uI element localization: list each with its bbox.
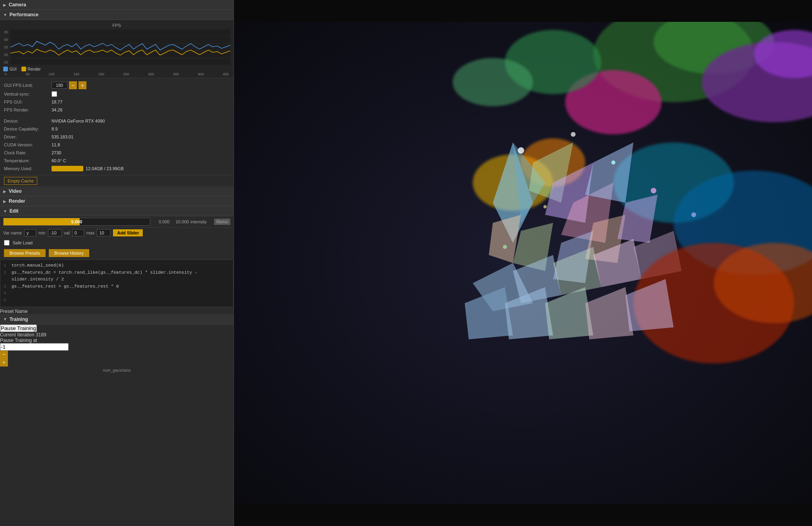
svg-point-35 xyxy=(544,205,547,208)
viewport[interactable] xyxy=(234,22,812,504)
render-section-title: Render xyxy=(9,198,25,204)
fps-limit-input[interactable]: 180 xyxy=(52,82,67,89)
device-cap-value: 8.9 xyxy=(52,127,57,131)
svg-point-36 xyxy=(651,188,656,194)
device-value: NVIDIA GeForce RTX 4090 xyxy=(52,119,105,123)
browse-history-button[interactable]: Browse History xyxy=(49,249,89,257)
browse-buttons-row: Browse Presets Browse History xyxy=(0,248,234,259)
safe-load-row: Safe Load xyxy=(0,238,234,248)
code-line-4: 4 xyxy=(4,290,230,297)
var-name-label: Var name xyxy=(3,230,22,235)
code-editor[interactable]: 1 torch.manual_seed(0) 2 gs._features_dc… xyxy=(0,259,234,307)
perf-stats: GUI FPS Limit: 180 − + Vertical sync: FP… xyxy=(0,78,234,175)
var-max-input[interactable] xyxy=(97,229,111,236)
browse-presets-button[interactable]: Browse Presets xyxy=(4,249,46,257)
training-section: ▼ Training Pause Training Current Iterat… xyxy=(0,315,234,373)
gui-legend-label: GUI xyxy=(10,67,17,71)
preset-name-label: Preset Name xyxy=(0,309,28,314)
fps-limit-controls: 180 − + xyxy=(52,81,86,89)
pause-at-label: Pause Training at xyxy=(0,338,37,343)
svg-point-42 xyxy=(453,58,533,106)
intensity-slider-row: 5.000 0.000 10.000 intensity Remo xyxy=(0,216,234,228)
vertical-sync-checkbox[interactable] xyxy=(52,91,57,97)
fps-chart xyxy=(10,29,230,65)
bottom-black-bar xyxy=(234,504,812,526)
cuda-row: CUDA Version: 11.8 xyxy=(4,141,230,149)
fps-legend: GUI Render xyxy=(3,67,230,71)
fps-legend-gui: GUI xyxy=(3,67,17,71)
safe-load-label: Safe Load xyxy=(13,240,33,245)
performance-section-header[interactable]: ▼ Performance xyxy=(0,10,234,20)
svg-point-32 xyxy=(518,147,524,154)
edit-section-header[interactable]: ▼ Edit xyxy=(0,206,234,216)
current-iteration-value: 3189 xyxy=(36,332,46,338)
code-line-1: 1 torch.manual_seed(0) xyxy=(4,262,230,269)
fps-y-axis: 35 30 25 20 15 xyxy=(3,29,9,65)
render-section-header[interactable]: ▶ Render xyxy=(0,196,234,206)
clock-label: Clock Rate: xyxy=(4,150,52,155)
pause-at-decrement[interactable]: − xyxy=(0,351,8,359)
intensity-slider-fill xyxy=(4,218,80,225)
video-section-header[interactable]: ▶ Video xyxy=(0,186,234,196)
svg-point-34 xyxy=(611,161,615,165)
svg-point-33 xyxy=(571,132,576,137)
pause-at-controls: − + xyxy=(0,343,234,367)
empty-cache-button[interactable]: Empty Cache xyxy=(4,177,37,185)
video-collapse-arrow: ▶ xyxy=(3,189,6,194)
slider-param-label: intensity xyxy=(191,219,213,224)
add-slider-button[interactable]: Add Slider xyxy=(113,229,143,236)
training-section-header[interactable]: ▼ Training xyxy=(0,315,234,324)
fps-limit-decrement[interactable]: − xyxy=(69,81,77,89)
driver-row: Driver: 535.183.01 xyxy=(4,133,230,141)
pause-at-increment[interactable]: + xyxy=(0,359,8,367)
var-max-label: max xyxy=(86,230,95,235)
driver-label: Driver: xyxy=(4,134,52,139)
device-cap-label: Device Capability: xyxy=(4,127,52,131)
fps-render-value: 34.26 xyxy=(52,108,63,112)
current-iteration-label: Current Iteration xyxy=(0,332,34,338)
vertical-sync-label: Vertical sync: xyxy=(4,92,52,96)
safe-load-checkbox[interactable] xyxy=(4,240,10,246)
gui-legend-box xyxy=(3,67,8,71)
code-line-2: 2 gs._features_dc = torch.rand_like(gs._… xyxy=(4,269,230,283)
cuda-label: CUDA Version: xyxy=(4,142,52,147)
slider-min-value: 0.000 xyxy=(152,219,170,224)
var-min-label: min xyxy=(38,230,46,235)
camera-section-title: Camera xyxy=(9,2,26,8)
camera-section-header[interactable]: ▶ Camera xyxy=(0,0,234,10)
var-min-input[interactable] xyxy=(48,229,62,236)
edit-collapse-arrow: ▼ xyxy=(3,209,7,213)
performance-section-title: Performance xyxy=(10,12,38,17)
var-val-label: val xyxy=(64,230,70,235)
viewport-svg xyxy=(234,22,812,504)
preset-name-row: Preset Name xyxy=(0,309,234,314)
clock-row: Clock Rate: 2730 xyxy=(4,149,230,157)
fps-gui-value: 18.77 xyxy=(52,100,63,104)
fps-chart-svg xyxy=(10,29,230,65)
render-legend-label: Render xyxy=(28,67,41,71)
intensity-slider-track[interactable]: 5.000 xyxy=(3,218,150,226)
video-section-title: Video xyxy=(9,188,21,194)
pause-training-button[interactable]: Pause Training xyxy=(0,324,37,332)
pause-at-input[interactable] xyxy=(0,343,69,351)
device-cap-row: Device Capability: 8.9 xyxy=(4,125,230,133)
var-name-input[interactable] xyxy=(24,229,36,236)
performance-collapse-arrow: ▼ xyxy=(3,13,7,17)
fps-limit-increment[interactable]: + xyxy=(79,81,86,89)
var-val-input[interactable] xyxy=(72,229,84,236)
remove-slider-button[interactable]: Remo xyxy=(214,219,230,225)
fps-chart-container: FPS 35 30 25 20 15 xyxy=(0,20,234,78)
edit-section: ▼ Edit 5.000 0.000 10.000 intensity Remo… xyxy=(0,206,234,315)
render-collapse-arrow: ▶ xyxy=(3,199,6,203)
memory-value: 12.04GB / 23.99GB xyxy=(86,166,124,171)
current-iteration-row: Current Iteration 3189 xyxy=(0,332,234,338)
right-panel xyxy=(234,0,812,526)
gui-fps-limit-row: GUI FPS Limit: 180 − + xyxy=(4,81,230,90)
memory-label: Memory Used: xyxy=(4,166,52,171)
fps-render-row: FPS Render: 34.26 xyxy=(4,106,230,114)
code-line-5: 5 xyxy=(4,297,230,304)
vertical-sync-row: Vertical sync: xyxy=(4,90,230,98)
left-panel: ▶ Camera ▼ Performance FPS 35 30 25 20 1… xyxy=(0,0,234,526)
device-label: Device: xyxy=(4,119,52,123)
device-row: Device: NVIDIA GeForce RTX 4090 xyxy=(4,117,230,125)
